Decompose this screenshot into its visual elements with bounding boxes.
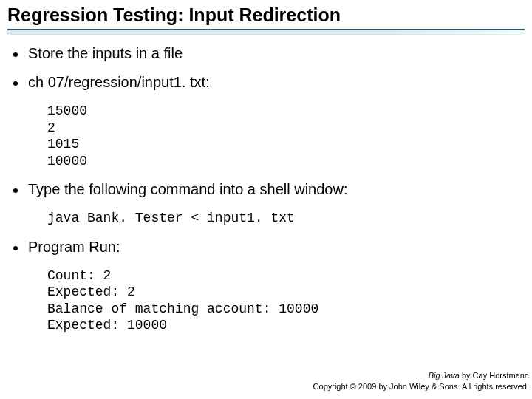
bullet-item: Type the following command into a shell … [13,181,519,198]
bullet-text: ch 07/regression/input1. txt: [28,74,210,91]
footer-copyright: Copyright © 2009 by John Wiley & Sons. A… [313,381,529,392]
bullet-dot-icon [13,188,18,193]
book-title: Big Java [429,371,460,380]
bullet-text: Store the inputs in a file [28,45,183,62]
code-block-input-file: 15000 2 1015 10000 [47,103,519,169]
footer: Big Java by Cay Horstmann Copyright © 20… [313,370,529,392]
bullet-item: Store the inputs in a file [13,45,519,62]
code-block-command: java Bank. Tester < input1. txt [47,210,519,227]
bullet-dot-icon [13,52,18,57]
bullet-item: Program Run: [13,239,519,256]
bullet-item: ch 07/regression/input1. txt: [13,74,519,91]
code-block-output: Count: 2 Expected: 2 Balance of matching… [47,267,519,334]
footer-line-1: Big Java by Cay Horstmann [313,370,529,381]
author-name: by Cay Horstmann [460,371,529,380]
slide-content: Store the inputs in a file ch 07/regress… [0,45,532,334]
slide-title: Regression Testing: Input Redirection [0,0,532,29]
bullet-text: Program Run: [28,239,120,256]
title-stripe [7,30,525,35]
bullet-text: Type the following command into a shell … [28,181,347,198]
bullet-dot-icon [13,246,18,250]
bullet-dot-icon [13,81,18,86]
